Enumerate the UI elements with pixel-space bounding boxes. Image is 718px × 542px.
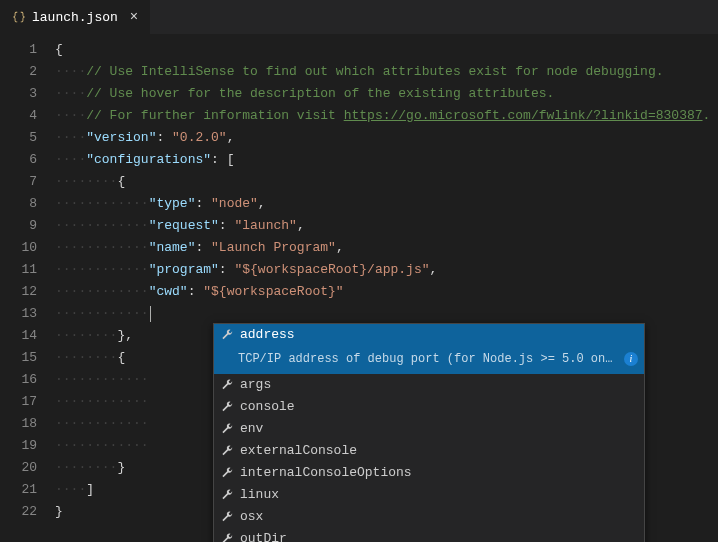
suggest-label: outDir bbox=[240, 528, 287, 542]
line-number: 9 bbox=[0, 215, 37, 237]
suggest-label: externalConsole bbox=[240, 440, 357, 462]
comment: // For further information visit bbox=[86, 108, 343, 123]
line-number: 5 bbox=[0, 127, 37, 149]
wrench-icon bbox=[220, 532, 234, 542]
line-number: 16 bbox=[0, 369, 37, 391]
line-number: 7 bbox=[0, 171, 37, 193]
line-number: 22 bbox=[0, 501, 37, 523]
suggest-item[interactable]: externalConsole bbox=[214, 440, 644, 462]
braces-icon bbox=[12, 10, 26, 24]
code-area[interactable]: { ····// Use IntelliSense to find out wh… bbox=[55, 35, 718, 542]
suggest-detail: TCP/IP address of debug port (for Node.j… bbox=[214, 346, 644, 374]
suggest-label: console bbox=[240, 396, 295, 418]
suggest-item[interactable]: console bbox=[214, 396, 644, 418]
suggest-label: env bbox=[240, 418, 263, 440]
line-number: 18 bbox=[0, 413, 37, 435]
suggest-item-selected[interactable]: address bbox=[214, 324, 644, 346]
suggest-item[interactable]: outDir bbox=[214, 528, 644, 542]
line-number: 2 bbox=[0, 61, 37, 83]
editor[interactable]: 1 2 3 4 5 6 7 8 9 10 11 12 13 14 15 16 1… bbox=[0, 35, 718, 542]
comment: // Use hover for the description of the … bbox=[86, 86, 554, 101]
close-icon[interactable]: × bbox=[130, 10, 138, 24]
suggest-item[interactable]: args bbox=[214, 374, 644, 396]
line-number: 20 bbox=[0, 457, 37, 479]
line-number: 8 bbox=[0, 193, 37, 215]
wrench-icon bbox=[220, 328, 234, 342]
line-number: 11 bbox=[0, 259, 37, 281]
line-number: 15 bbox=[0, 347, 37, 369]
suggest-label: args bbox=[240, 374, 271, 396]
line-number: 17 bbox=[0, 391, 37, 413]
gutter: 1 2 3 4 5 6 7 8 9 10 11 12 13 14 15 16 1… bbox=[0, 35, 55, 542]
suggest-label: linux bbox=[240, 484, 279, 506]
wrench-icon bbox=[220, 510, 234, 524]
info-icon[interactable]: i bbox=[624, 352, 638, 366]
line-number: 10 bbox=[0, 237, 37, 259]
suggest-item[interactable]: internalConsoleOptions bbox=[214, 462, 644, 484]
tab-launch-json[interactable]: launch.json × bbox=[0, 0, 151, 34]
comment: // Use IntelliSense to find out which at… bbox=[86, 64, 663, 79]
line-number: 21 bbox=[0, 479, 37, 501]
wrench-icon bbox=[220, 422, 234, 436]
intellisense-suggest[interactable]: address TCP/IP address of debug port (fo… bbox=[213, 323, 645, 542]
line-number: 1 bbox=[0, 39, 37, 61]
line-number: 3 bbox=[0, 83, 37, 105]
suggest-label: osx bbox=[240, 506, 263, 528]
wrench-icon bbox=[220, 378, 234, 392]
line-number: 4 bbox=[0, 105, 37, 127]
suggest-label: internalConsoleOptions bbox=[240, 462, 412, 484]
suggest-item[interactable]: env bbox=[214, 418, 644, 440]
line-number: 6 bbox=[0, 149, 37, 171]
wrench-icon bbox=[220, 488, 234, 502]
line-number: 13 bbox=[0, 303, 37, 325]
comment-link[interactable]: https://go.microsoft.com/fwlink/?linkid=… bbox=[344, 108, 703, 123]
line-number: 12 bbox=[0, 281, 37, 303]
suggest-item[interactable]: osx bbox=[214, 506, 644, 528]
wrench-icon bbox=[220, 444, 234, 458]
suggest-item[interactable]: linux bbox=[214, 484, 644, 506]
tab-bar: launch.json × bbox=[0, 0, 718, 35]
cursor bbox=[150, 306, 151, 322]
suggest-label: address bbox=[240, 324, 295, 346]
wrench-icon bbox=[220, 466, 234, 480]
wrench-icon bbox=[220, 400, 234, 414]
line-number: 19 bbox=[0, 435, 37, 457]
tab-label: launch.json bbox=[32, 10, 118, 25]
line-number: 14 bbox=[0, 325, 37, 347]
